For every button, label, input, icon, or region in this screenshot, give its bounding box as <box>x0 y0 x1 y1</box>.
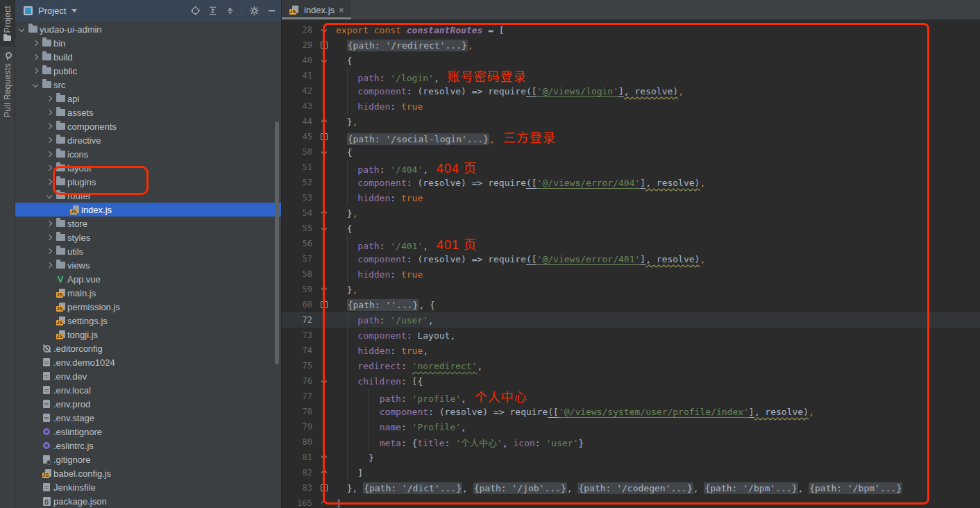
fold-open-icon[interactable] <box>321 149 327 155</box>
tree-item-main-js[interactable]: JSmain.js <box>15 286 281 300</box>
tree-item-directive[interactable]: directive <box>15 133 281 147</box>
tree-item-src[interactable]: src <box>15 78 281 92</box>
fold-expand-icon[interactable]: + <box>321 42 328 49</box>
chevron-down-icon[interactable] <box>44 194 54 198</box>
code-line-74[interactable]: 74 hidden: true, <box>282 343 980 358</box>
tree-item-icons[interactable]: icons <box>15 147 281 161</box>
tree-item-api[interactable]: api <box>15 92 281 105</box>
tree-item-babel-config-js[interactable]: JSbabel.config.js <box>15 466 281 480</box>
tree-item--env-dev[interactable]: .env.dev <box>15 369 281 383</box>
chevron-right-icon[interactable] <box>44 249 54 253</box>
code-line-55[interactable]: 55 { <box>282 221 980 236</box>
chevron-right-icon[interactable] <box>44 124 54 128</box>
code-line-59[interactable]: 59 }, <box>282 282 980 297</box>
chevron-right-icon[interactable] <box>44 166 54 170</box>
chevron-right-icon[interactable] <box>44 235 54 239</box>
tree-item-router[interactable]: router <box>15 189 281 203</box>
code-line-56[interactable]: 56 path: '/401',401 页 <box>282 236 980 251</box>
fold-marker-open[interactable] <box>312 150 336 154</box>
tree-item-jenkinsfile[interactable]: Jenkinsfile <box>15 480 281 494</box>
tree-item-bin[interactable]: bin <box>15 36 281 50</box>
chevron-right-icon[interactable] <box>44 96 54 101</box>
stripe-item-pull-requests[interactable]: Pull Requests <box>0 46 15 123</box>
code-line-40[interactable]: 40 { <box>282 53 980 68</box>
code-line-54[interactable]: 54 }, <box>282 205 980 221</box>
code-line-82[interactable]: 82 ] <box>282 465 980 480</box>
project-panel-title[interactable]: Project <box>38 6 66 16</box>
fold-marker-open[interactable] <box>312 28 336 32</box>
code-line-79[interactable]: 79 name: 'Profile', <box>282 419 980 434</box>
code-line-29[interactable]: 29+ {path: '/redirect'...}, <box>282 37 980 53</box>
fold-marker-folded[interactable]: + <box>312 484 336 491</box>
code-line-83[interactable]: 83+ }, {path: '/dict'...}, {path: '/job'… <box>282 480 980 496</box>
locate-icon[interactable] <box>189 5 201 16</box>
chevron-down-icon[interactable] <box>17 27 26 31</box>
code-line-28[interactable]: 28export const constantRoutes = [ <box>282 22 980 37</box>
tree-item--env-demo1024[interactable]: .env.demo1024 <box>15 355 281 369</box>
tree-item--editorconfig[interactable]: .editorconfig <box>15 341 281 355</box>
code-line-44[interactable]: 44 }, <box>282 114 980 129</box>
chevron-right-icon[interactable] <box>44 138 54 142</box>
tree-item--env-stage[interactable]: .env.stage <box>15 411 281 425</box>
tree-item-plugins[interactable]: plugins <box>15 175 281 189</box>
fold-marker-close[interactable] <box>312 455 336 459</box>
tree-scrollbar[interactable] <box>275 121 279 364</box>
chevron-down-icon[interactable] <box>71 9 77 12</box>
tree-item--gitignore[interactable]: .gitignore <box>15 452 281 466</box>
tree-item-build[interactable]: build <box>15 50 281 64</box>
code-line-57[interactable]: 57 component: (resolve) => require(['@/v… <box>282 251 980 266</box>
fold-marker-folded[interactable]: + <box>312 301 336 308</box>
code-line-51[interactable]: 51 path: '/404',404 页 <box>282 160 980 175</box>
code-line-78[interactable]: 78 component: (resolve) => require(['@/v… <box>282 404 980 419</box>
chevron-right-icon[interactable] <box>31 55 40 59</box>
code-line-75[interactable]: 75 redirect: 'noredirect', <box>282 358 980 373</box>
tree-item-tongji-js[interactable]: JStongji.js <box>15 328 281 341</box>
tree-item-store[interactable]: store <box>15 217 281 230</box>
tree-item-index-js[interactable]: JSindex.js <box>15 203 281 217</box>
tab-index-js[interactable]: JS index.js × <box>282 0 351 19</box>
fold-marker-folded[interactable]: + <box>312 42 336 49</box>
code-line-50[interactable]: 50 { <box>282 144 980 160</box>
stripe-item-project[interactable]: Project <box>0 0 15 46</box>
tab-close-icon[interactable]: × <box>339 6 344 15</box>
code-line-41[interactable]: 41 path: '/login',账号密码登录 <box>282 68 980 83</box>
fold-close-icon[interactable] <box>321 500 327 506</box>
chevron-right-icon[interactable] <box>31 41 40 45</box>
code-line-43[interactable]: 43 hidden: true <box>282 99 980 114</box>
fold-marker-close[interactable] <box>312 211 336 215</box>
tree-item--eslintrc-js[interactable]: .eslintrc.js <box>15 439 281 452</box>
code-line-53[interactable]: 53 hidden: true <box>282 190 980 205</box>
fold-close-icon[interactable] <box>321 210 327 216</box>
chevron-right-icon[interactable] <box>44 152 54 156</box>
code-line-45[interactable]: 45+ {path: '/social-login'...},三方登录 <box>282 129 980 144</box>
chevron-right-icon[interactable] <box>44 110 54 115</box>
fold-expand-icon[interactable]: + <box>321 484 328 491</box>
hide-panel-icon[interactable] <box>266 5 277 16</box>
tree-item-app-vue[interactable]: VApp.vue <box>15 272 281 286</box>
code-line-58[interactable]: 58 hidden: true <box>282 266 980 282</box>
chevron-right-icon[interactable] <box>44 180 54 184</box>
settings-gear-icon[interactable] <box>248 5 260 16</box>
code-line-76[interactable]: 76 children: [{ <box>282 373 980 389</box>
chevron-right-icon[interactable] <box>44 263 54 267</box>
code-line-72[interactable]: 72 path: '/user', <box>282 312 980 328</box>
collapse-all-icon[interactable] <box>207 5 218 16</box>
tree-item-utils[interactable]: utils <box>15 244 281 258</box>
tree-item-layout[interactable]: layout <box>15 161 281 175</box>
code-line-80[interactable]: 80 meta: {title: '个人中心', icon: 'user'} <box>282 434 980 450</box>
fold-expand-icon[interactable]: + <box>321 133 328 140</box>
tree-item--env-local[interactable]: .env.local <box>15 383 281 397</box>
expand-collapse-icon[interactable] <box>224 5 235 16</box>
tree-item-public[interactable]: public <box>15 64 281 78</box>
fold-close-icon[interactable] <box>321 119 327 124</box>
code-line-81[interactable]: 81 } <box>282 450 980 465</box>
fold-close-icon[interactable] <box>321 287 327 292</box>
code-line-165[interactable]: 165] <box>282 496 980 508</box>
chevron-right-icon[interactable] <box>44 221 54 226</box>
tree-item-permission-js[interactable]: JSpermission.js <box>15 300 281 314</box>
code-line-60[interactable]: 60+ {path: ''...}, { <box>282 297 980 312</box>
fold-marker-open[interactable] <box>312 58 336 62</box>
chevron-down-icon[interactable] <box>31 83 40 87</box>
tree-item-yudao-ui-admin[interactable]: yudao-ui-admin <box>15 22 281 36</box>
tree-item-package-json[interactable]: {}package.json <box>15 494 281 508</box>
